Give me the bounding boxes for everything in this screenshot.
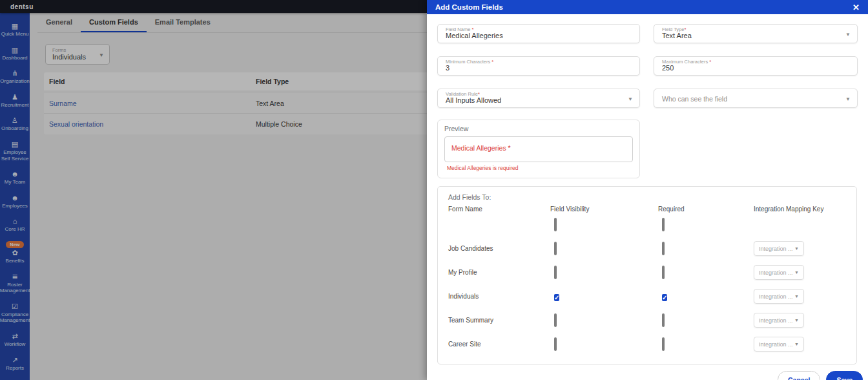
minimum-characters-label: Minimum Characters *: [446, 59, 493, 65]
column-header-field-visibility: Field Visibility: [550, 206, 658, 213]
integration-mapping-placeholder: Integration ...: [759, 293, 793, 300]
column-header-required: Required: [658, 206, 754, 213]
validation-rule-select[interactable]: Validation Rule* All Inputs Allowed ▼: [437, 89, 640, 108]
add-fields-row: Career Site Integration ... ▼: [448, 332, 846, 356]
add-fields-rows: Job Candidates Integration ... ▼ My Prof…: [448, 213, 846, 356]
add-fields-header-row: Form Name Field Visibility Required Inte…: [448, 206, 846, 213]
integration-mapping-select[interactable]: Integration ... ▼: [754, 289, 804, 304]
modal-footer: Cancel Save: [778, 371, 863, 380]
preview-field-label: Medical Allegeries *: [451, 144, 511, 152]
chevron-down-icon: ▼: [794, 270, 799, 275]
integration-mapping-placeholder: Integration ...: [759, 246, 793, 252]
close-icon[interactable]: ✕: [852, 3, 860, 12]
add-fields-row: My Profile Integration ... ▼: [448, 260, 846, 284]
integration-mapping-placeholder: Integration ...: [759, 317, 793, 324]
form-name-label: Career Site: [448, 341, 550, 348]
add-fields-to-title: Add Fields To:: [448, 193, 846, 201]
required-checkbox[interactable]: [662, 242, 665, 255]
field-visibility-checkbox[interactable]: ✓: [554, 294, 559, 301]
add-custom-fields-modal: Add Custom Fields ✕ Field Name * Medical…: [427, 0, 868, 380]
form-name-label: Team Summary: [448, 317, 550, 324]
modal-title: Add Custom Fields: [435, 3, 503, 11]
chevron-down-icon: ▼: [794, 294, 799, 299]
field-visibility-checkbox[interactable]: [554, 218, 557, 231]
modal-body: Field Name * Medical Allegeries Field Ty…: [427, 14, 868, 364]
chevron-down-icon: ▼: [794, 342, 799, 346]
field-visibility-checkbox[interactable]: [554, 242, 557, 255]
integration-mapping-placeholder: Integration ...: [759, 341, 793, 348]
integration-mapping-select[interactable]: Integration ... ▼: [754, 265, 804, 280]
minimum-characters-value: 3: [446, 64, 450, 72]
chevron-down-icon: ▼: [845, 32, 851, 37]
who-can-see-select[interactable]: Who can see the field ▼: [654, 89, 858, 108]
integration-mapping-select[interactable]: Integration ... ▼: [754, 313, 804, 328]
required-checkbox[interactable]: [662, 266, 665, 279]
integration-mapping-select[interactable]: Integration ... ▼: [754, 337, 804, 352]
add-fields-to-section: Add Fields To: Form Name Field Visibilit…: [437, 186, 857, 364]
required-checkbox[interactable]: [662, 337, 665, 351]
minimum-characters-input[interactable]: Minimum Characters * 3: [437, 56, 640, 76]
form-name-label: Individuals: [448, 293, 550, 300]
field-type-select[interactable]: Field Type* Text Area ▼: [654, 24, 858, 43]
preview-card: Preview Medical Allegeries * Medical All…: [437, 120, 640, 178]
cancel-button[interactable]: Cancel: [778, 371, 820, 380]
maximum-characters-input[interactable]: Maximum Characters * 250: [654, 56, 858, 76]
add-fields-row: [448, 213, 846, 237]
screen: dentsu ▦ Quick Menu ▥ Dashboard ⋔ Organi…: [0, 0, 868, 380]
add-fields-row: Team Summary Integration ... ▼: [448, 308, 846, 332]
form-name-label: Job Candidates: [448, 245, 550, 252]
field-name-input[interactable]: Field Name * Medical Allegeries: [437, 24, 640, 43]
integration-mapping-placeholder: Integration ...: [759, 269, 793, 276]
required-checkbox[interactable]: ✓: [662, 294, 667, 301]
form-name-label: My Profile: [448, 269, 550, 276]
required-checkbox[interactable]: [662, 218, 665, 231]
maximum-characters-value: 250: [662, 64, 674, 72]
save-button[interactable]: Save: [826, 371, 863, 380]
column-header-integration-mapping-key: Integration Mapping Key: [754, 206, 846, 213]
add-fields-row: Job Candidates Integration ... ▼: [448, 237, 846, 260]
column-header-form-name: Form Name: [448, 206, 550, 213]
app-background: dentsu ▦ Quick Menu ▥ Dashboard ⋔ Organi…: [0, 0, 427, 380]
modal-backdrop[interactable]: [0, 0, 427, 380]
field-visibility-checkbox[interactable]: [554, 337, 557, 351]
field-type-value: Text Area: [662, 32, 692, 39]
chevron-down-icon: ▼: [794, 246, 799, 251]
preview-field[interactable]: Medical Allegeries *: [444, 136, 633, 162]
chevron-down-icon: ▼: [794, 318, 799, 322]
chevron-down-icon: ▼: [845, 96, 851, 102]
who-can-see-label: Who can see the field: [662, 95, 727, 103]
add-fields-row: Individuals ✓ ✓ Integration ... ▼: [448, 284, 846, 308]
field-visibility-checkbox[interactable]: [554, 266, 557, 279]
integration-mapping-select[interactable]: Integration ... ▼: [754, 241, 804, 256]
chevron-down-icon: ▼: [628, 96, 633, 102]
required-checkbox[interactable]: [662, 313, 665, 327]
validation-rule-value: All Inputs Allowed: [446, 96, 501, 104]
field-visibility-checkbox[interactable]: [554, 313, 557, 327]
modal-header: Add Custom Fields ✕: [427, 0, 868, 14]
preview-title: Preview: [444, 125, 633, 132]
field-name-value: Medical Allegeries: [446, 32, 503, 39]
preview-error-text: Medical Allegeries is required: [447, 165, 633, 171]
